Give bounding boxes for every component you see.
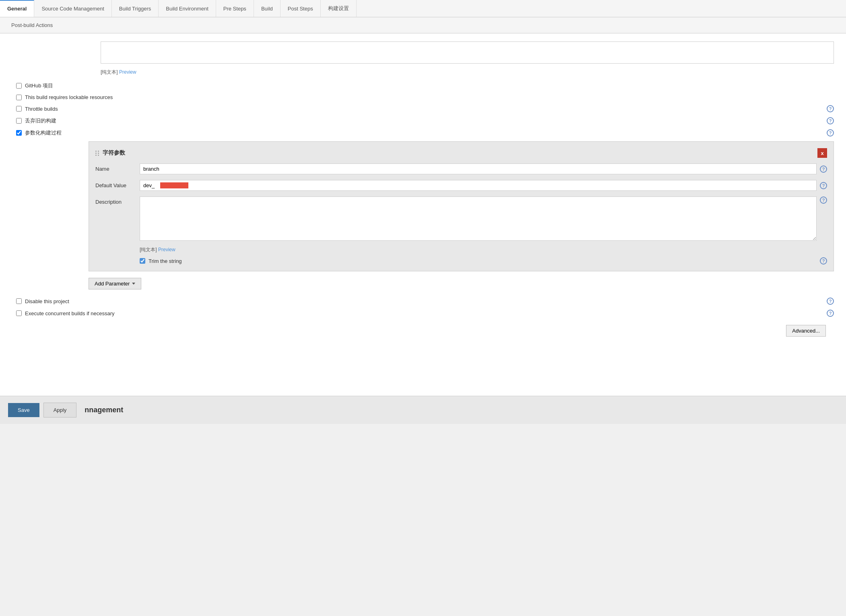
tab-pre-steps[interactable]: Pre Steps [216, 0, 254, 17]
tab-build-environment[interactable]: Build Environment [159, 0, 216, 17]
tab-bar: General Source Code Management Build Tri… [0, 0, 846, 17]
disable-project-help-icon[interactable]: ? [827, 298, 834, 305]
main-content: [纯文本] Preview GitHub 项目 This build requi… [0, 33, 846, 396]
discard-old-label[interactable]: 丢弃旧的构建 [25, 117, 56, 124]
param-card-close-button[interactable]: x [817, 148, 827, 158]
parameterized-label[interactable]: 参数化构建过程 [25, 129, 62, 136]
discard-old-row: 丢弃旧的构建 ? [12, 117, 834, 124]
management-text: nnagement [85, 406, 123, 414]
trim-string-label[interactable]: Trim the string [149, 258, 182, 264]
top-preview-link[interactable]: Preview [119, 69, 136, 75]
add-param-chevron-icon [132, 283, 135, 285]
param-default-value-row: Default Value ? [95, 180, 827, 191]
param-card-header: 字符参数 x [95, 148, 827, 158]
param-description-row: Description ? [95, 196, 827, 241]
concurrent-builds-label[interactable]: Execute concurrent builds if necessary [25, 310, 115, 316]
trim-string-help-icon[interactable]: ? [820, 257, 827, 265]
param-name-row: Name ? [95, 163, 827, 174]
advanced-button[interactable]: Advanced... [786, 325, 826, 337]
param-description-field: ? [140, 196, 827, 241]
param-description-textarea[interactable] [140, 196, 817, 241]
lockable-resources-row: This build requires lockable resources [12, 94, 834, 100]
discard-old-checkbox[interactable] [16, 118, 22, 124]
parameterized-row: 参数化构建过程 ? [12, 129, 834, 136]
param-name-field: ? [140, 163, 827, 174]
tab-build-settings[interactable]: 构建设置 [321, 0, 357, 17]
tab-general[interactable]: General [0, 0, 34, 17]
lockable-resources-with-help: This build requires lockable resources [16, 94, 834, 100]
github-project-label[interactable]: GitHub 项目 [25, 82, 53, 89]
throttle-builds-with-help: Throttle builds ? [16, 105, 834, 112]
param-name-help-icon[interactable]: ? [820, 165, 827, 173]
throttle-builds-row: Throttle builds ? [12, 105, 834, 112]
param-card: 字符参数 x Name ? Default Value ? Descriptio… [89, 141, 834, 271]
drag-handle[interactable] [95, 151, 99, 156]
disable-project-row: Disable this project ? [12, 298, 834, 305]
top-description-textarea[interactable] [101, 41, 834, 64]
bottom-section: Disable this project ? Execute concurren… [12, 298, 834, 345]
github-project-with-help: GitHub 项目 [16, 82, 834, 89]
param-card-title: 字符参数 [95, 149, 125, 157]
trim-string-checkbox[interactable] [140, 258, 145, 264]
top-description-wrapper [101, 41, 834, 65]
param-default-value-input[interactable] [140, 180, 817, 191]
param-name-label: Name [95, 163, 140, 172]
concurrent-builds-row: Execute concurrent builds if necessary ? [12, 310, 834, 317]
github-project-checkbox[interactable] [16, 83, 22, 89]
action-bar: Save Apply nnagement [0, 396, 846, 424]
top-preview-row: [纯文本] Preview [101, 69, 834, 76]
param-default-value-label: Default Value [95, 180, 140, 188]
add-param-button-wrapper: Add Parameter [89, 278, 834, 289]
discard-old-help-icon[interactable]: ? [827, 117, 834, 124]
apply-button[interactable]: Apply [43, 403, 77, 418]
concurrent-builds-checkbox[interactable] [16, 310, 22, 316]
disable-project-with-help: Disable this project ? [16, 298, 834, 305]
concurrent-builds-with-help: Execute concurrent builds if necessary ? [16, 310, 834, 317]
trim-row: Trim the string ? [140, 257, 827, 265]
tab-build[interactable]: Build [254, 0, 281, 17]
disable-project-checkbox[interactable] [16, 298, 22, 304]
disable-project-label[interactable]: Disable this project [25, 298, 69, 304]
save-button[interactable]: Save [8, 403, 39, 417]
param-description-help-icon[interactable]: ? [820, 196, 827, 204]
discard-old-with-help: 丢弃旧的构建 ? [16, 117, 834, 124]
lockable-resources-label[interactable]: This build requires lockable resources [25, 94, 113, 100]
add-param-button[interactable]: Add Parameter [89, 278, 141, 289]
param-preview-link[interactable]: Preview [158, 247, 175, 252]
advanced-button-row: Advanced... [12, 325, 826, 337]
throttle-builds-label[interactable]: Throttle builds [25, 106, 58, 112]
parameterized-help-icon[interactable]: ? [827, 129, 834, 136]
tab-source-code-management[interactable]: Source Code Management [34, 0, 111, 17]
param-name-input[interactable] [140, 163, 817, 174]
param-description-label: Description [95, 196, 140, 205]
github-project-row: GitHub 项目 [12, 82, 834, 89]
tab-build-triggers[interactable]: Build Triggers [112, 0, 159, 17]
param-preview-row: [纯文本] Preview [140, 246, 827, 253]
tab-post-steps[interactable]: Post Steps [281, 0, 321, 17]
throttle-builds-checkbox[interactable] [16, 106, 22, 112]
param-default-value-field: ? [140, 180, 827, 191]
lockable-resources-checkbox[interactable] [16, 95, 22, 100]
sub-tab-post-build-actions[interactable]: Post-build Actions [8, 21, 56, 30]
param-default-value-help-icon[interactable]: ? [820, 182, 827, 189]
concurrent-builds-help-icon[interactable]: ? [827, 310, 834, 317]
parameterized-with-help: 参数化构建过程 ? [16, 129, 834, 136]
throttle-builds-help-icon[interactable]: ? [827, 105, 834, 112]
parameterized-checkbox[interactable] [16, 130, 22, 136]
sub-tab-bar: Post-build Actions [0, 17, 846, 33]
